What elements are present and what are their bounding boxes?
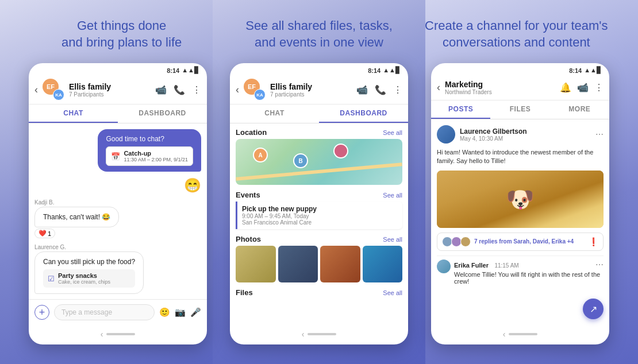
camera-icon-input[interactable]: 📷 <box>175 307 186 317</box>
avatar-group-2: EF KA <box>244 79 266 100</box>
msg-laurence: Can you still pick up the food? <box>43 258 135 266</box>
status-bar-3: 8:14 ▲▲▊ <box>431 63 609 75</box>
bottom-bar-1: ‹ <box>29 325 207 344</box>
reply-meta: Erika Fuller 11:15 AM ⋯ Welcome Tillie! … <box>454 260 604 285</box>
back-icon-2[interactable]: ‹ <box>236 84 239 96</box>
phone-icon-2[interactable]: 📞 <box>375 84 386 95</box>
nav-pill-1 <box>106 333 135 335</box>
video-icon-3[interactable]: 📹 <box>577 82 589 93</box>
location-header: Location See all <box>236 128 402 137</box>
reply-avatars <box>442 237 471 247</box>
event-info-1: Catch-up 11:30 AM – 2:00 PM, 9/1/21 <box>124 150 188 162</box>
more-icon-2[interactable]: ⋮ <box>393 84 402 95</box>
bubble-outgoing-1: Good time to chat? 📅 Catch-up 11:30 AM –… <box>98 129 201 172</box>
event-item-1: Pick up the new puppy 9:00 AM – 9:45 AM,… <box>236 202 402 229</box>
avatar-sub-1: KA <box>53 89 64 100</box>
reply-author-block: Erika Fuller 11:15 AM <box>454 260 519 270</box>
map-road <box>236 162 402 180</box>
channel-info: Marketing Northwind Traders <box>445 80 555 95</box>
map-avatar-3 <box>333 144 348 158</box>
input-plus-1[interactable]: + <box>34 305 49 320</box>
headline-1: Get things done and bring plans to life <box>23 18 220 51</box>
event-title-1: Catch-up <box>124 150 188 157</box>
header-actions-2: 📹 📞 ⋮ <box>356 84 402 95</box>
tab-more[interactable]: MORE <box>550 100 609 119</box>
event-item-time: 9:00 AM – 9:45 AM, Today <box>242 213 398 219</box>
video-icon-1[interactable]: 📹 <box>155 84 167 95</box>
dog-illustration <box>437 171 604 228</box>
status-icons-2: ▲▲▊ <box>383 67 400 74</box>
see-all-events[interactable]: See all <box>383 192 402 199</box>
see-all-files[interactable]: See all <box>383 289 402 296</box>
tab-dashboard-1[interactable]: DASHBOARD <box>118 104 207 123</box>
status-time-1: 8:14 <box>167 67 179 74</box>
tabs-1: CHAT DASHBOARD <box>29 104 207 123</box>
input-icons-1: 🙂 📷 🎤 <box>159 307 201 317</box>
map-avatar-2: B <box>293 153 308 168</box>
nav-back-2[interactable]: ‹ <box>302 330 305 339</box>
reply-more-icon[interactable]: ⋯ <box>595 260 604 269</box>
map-avatar-1: A <box>253 148 268 162</box>
reply-meta-header: Erika Fuller 11:15 AM ⋯ <box>454 260 604 270</box>
nav-pill-3 <box>509 333 537 335</box>
channel-org: Northwind Traders <box>445 89 555 95</box>
group-name-1: Ellis family <box>69 82 151 91</box>
video-icon-2[interactable]: 📹 <box>356 84 368 95</box>
nav-back-1[interactable]: ‹ <box>101 330 103 339</box>
post-more-icon[interactable]: ⋯ <box>595 130 604 139</box>
tab-posts[interactable]: POSTS <box>431 100 490 119</box>
tab-dashboard-2[interactable]: DASHBOARD <box>319 104 408 123</box>
photo-person[interactable] <box>278 246 318 282</box>
header-title-1: Ellis family 7 Participants <box>69 82 151 98</box>
sender-kadji: Kadji B. <box>34 199 119 206</box>
back-icon-3[interactable]: ‹ <box>437 82 440 94</box>
post-content: Laurence Gilbertson May 4, 10:30 AM ⋯ Hi… <box>431 119 609 325</box>
emoji-icon-input[interactable]: 🙂 <box>159 307 170 317</box>
headline-2: See all shared files, tasks, and events … <box>220 18 417 51</box>
headline-3: Create a channel for your team's convers… <box>418 18 615 51</box>
events-header: Events See all <box>236 191 402 199</box>
post-meta: Laurence Gilbertson May 4, 10:30 AM <box>460 127 591 142</box>
phone-2-dashboard: 8:14 ▲▲▊ ‹ EF KA Ellis family 7 particip… <box>230 63 408 344</box>
nav-back-3[interactable]: ‹ <box>503 330 506 339</box>
more-icon-3[interactable]: ⋮ <box>594 82 604 93</box>
photo-dog[interactable] <box>236 246 276 282</box>
map-container: A B <box>236 139 402 185</box>
channel-actions: 🔔 📹 ⋮ <box>560 82 604 93</box>
post-header: Laurence Gilbertson May 4, 10:30 AM ⋯ <box>437 125 604 144</box>
photo-water[interactable] <box>363 246 403 282</box>
event-item-location: San Francisco Animal Care <box>242 219 398 226</box>
reply-text: Welcome Tillie! You will fit right in wi… <box>454 271 604 285</box>
fab-compose[interactable]: ↗ <box>583 299 604 319</box>
bell-icon[interactable]: 🔔 <box>560 82 571 93</box>
see-all-location[interactable]: See all <box>383 129 402 136</box>
status-time-3: 8:14 <box>569 67 582 74</box>
photos-grid <box>236 246 402 282</box>
photos-header: Photos See all <box>236 235 402 243</box>
nav-pill-2 <box>308 333 336 335</box>
events-label: Events <box>236 191 260 199</box>
photo-canyon[interactable] <box>320 246 360 282</box>
see-all-photos[interactable]: See all <box>383 236 402 243</box>
back-icon-1[interactable]: ‹ <box>34 84 38 96</box>
event-card-1: 📅 Catch-up 11:30 AM – 2:00 PM, 9/1/21 <box>106 146 193 166</box>
files-section: Files See all <box>236 288 402 299</box>
emoji-reaction: 😁 <box>184 177 201 193</box>
channel-name: Marketing <box>445 80 555 89</box>
phone-icon-1[interactable]: 📞 <box>174 84 185 95</box>
files-label: Files <box>236 288 253 297</box>
mic-icon-input[interactable]: 🎤 <box>190 307 201 317</box>
tabs-3: POSTS FILES MORE <box>431 100 609 119</box>
tab-files[interactable]: FILES <box>490 100 549 119</box>
tab-chat-1[interactable]: CHAT <box>29 104 118 123</box>
more-icon-1[interactable]: ⋮ <box>192 84 201 95</box>
replies-bar[interactable]: 7 replies from Sarah, David, Erika +4 ❗ <box>437 233 604 251</box>
reply-avatar-3 <box>460 237 471 247</box>
header-title-2: Ellis family 7 participants <box>270 82 352 98</box>
input-field-1[interactable]: Type a message <box>54 304 155 320</box>
party-card: ☑ Party snacks Cake, ice cream, chips <box>43 269 135 288</box>
input-bar-1: + Type a message 🙂 📷 🎤 <box>29 299 207 325</box>
tab-chat-2[interactable]: CHAT <box>230 104 319 123</box>
status-icons-1: ▲▲▊ <box>182 67 199 74</box>
message-incoming-2: Laurence G. Can you still pick up the fo… <box>34 244 144 294</box>
